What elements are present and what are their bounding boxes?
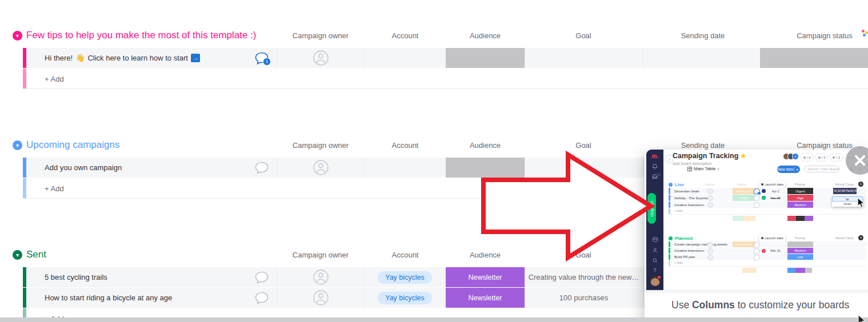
mini-add-row[interactable]: + Add: [669, 208, 867, 215]
priority-cell[interactable]: [787, 242, 813, 247]
tab-main-table[interactable]: Main Table ▾: [687, 166, 719, 171]
mini-row[interactable]: Creative brainstorm ! Mar 31 Medium: [669, 248, 867, 253]
chat-bubble-icon[interactable]: [754, 248, 760, 254]
favorite-star-icon[interactable]: ★: [741, 152, 746, 159]
column-header-audience[interactable]: Audience: [470, 31, 501, 40]
status-cell[interactable]: Done: [733, 195, 755, 201]
launch-date[interactable]: Mar 08: [767, 196, 784, 200]
group-title[interactable]: Few tips to help you make the most of th…: [26, 30, 257, 41]
chat-bubble-icon[interactable]: [754, 242, 760, 248]
goal-cell[interactable]: [525, 48, 643, 68]
status-cell[interactable]: Working on it: [733, 188, 755, 194]
column-header-campaign-status[interactable]: Campaign status: [797, 141, 853, 150]
priority-cell[interactable]: Medium: [787, 248, 813, 253]
invite-member-icon[interactable]: [646, 247, 663, 253]
add-item-row[interactable]: + Add: [23, 69, 868, 89]
column-header-goal[interactable]: Goal: [575, 31, 591, 40]
priority-cell[interactable]: Medium: [787, 202, 813, 208]
launch-date[interactable]: Apr 2: [767, 190, 784, 193]
account-cell[interactable]: [364, 158, 446, 178]
group-collapse-icon[interactable]: ▾: [13, 31, 22, 41]
learn-link[interactable]: Click here to learn how to start: [87, 54, 188, 62]
chat-bubble-icon[interactable]: [754, 202, 760, 208]
help-icon[interactable]: ?: [646, 267, 663, 273]
chat-bubble-icon[interactable]: [754, 188, 760, 194]
search-icon[interactable]: [646, 257, 663, 264]
campaign-status-cell[interactable]: [760, 48, 868, 68]
mini-group-title[interactable]: Planned: [675, 236, 693, 241]
audience-cell[interactable]: [446, 158, 525, 178]
account-pill[interactable]: Yay bicycles: [378, 292, 432, 304]
column-header-sending-date[interactable]: Sending date: [681, 141, 725, 150]
group-title[interactable]: Upcoming campaigns: [26, 139, 119, 151]
account-cell[interactable]: [364, 48, 446, 68]
column-header-audience[interactable]: Audience: [470, 141, 501, 150]
column-header-audience[interactable]: Audience: [470, 251, 501, 259]
column-header-campaign-owner[interactable]: Campaign owner: [293, 31, 349, 40]
priority-cell[interactable]: High: [787, 195, 813, 201]
item-name-cell[interactable]: Add you own campaign: [26, 158, 277, 178]
user-avatar[interactable]: [650, 276, 660, 286]
group-title[interactable]: Sent: [26, 249, 46, 260]
board-search-input[interactable]: Search / Filter Board: [804, 166, 839, 172]
add-column-icon[interactable]: +: [858, 235, 863, 240]
mini-add-row[interactable]: + Add: [669, 260, 867, 267]
board-description[interactable]: Add board description: [673, 162, 711, 166]
priority-cell[interactable]: Low: [787, 254, 813, 260]
table-row[interactable]: Hi there! 👋 Click here to learn how to s…: [23, 48, 868, 68]
account-pill[interactable]: Yay bicycles: [378, 271, 432, 284]
goal-cell[interactable]: [525, 158, 643, 178]
group-collapse-icon[interactable]: ▾: [13, 250, 22, 260]
horizontal-scrollbar[interactable]: [0, 317, 868, 322]
chat-bubble-icon[interactable]: [255, 162, 269, 174]
mini-group-title[interactable]: Live: [675, 182, 684, 187]
campaign-owner-cell[interactable]: [277, 158, 365, 178]
mini-row[interactable]: Build PR plan Low: [669, 254, 867, 260]
mini-row[interactable]: December deals Working on it Apr 2 Urgen…: [669, 188, 867, 194]
column-header-goal[interactable]: Goal: [575, 251, 591, 259]
launch-date-column-header[interactable]: Launch date: [759, 235, 786, 242]
chat-bubble-icon[interactable]: [255, 292, 269, 304]
group-collapse-icon[interactable]: ▾: [13, 140, 22, 150]
column-header-goal[interactable]: Goal: [575, 141, 591, 150]
audience-cell[interactable]: Newsletter: [446, 288, 525, 308]
chat-bubble-icon[interactable]: [255, 271, 269, 284]
column-header-account[interactable]: Account: [392, 31, 419, 40]
launch-date-column-header[interactable]: Launch date: [759, 181, 786, 188]
board-icon[interactable]: [646, 236, 663, 243]
column-header-account[interactable]: Account: [392, 141, 419, 150]
status-cell[interactable]: Working on it: [733, 242, 755, 247]
group-dot-icon[interactable]: [669, 183, 673, 187]
add-column-icon[interactable]: +: [858, 182, 863, 187]
account-cell[interactable]: Yay bicycles: [364, 267, 446, 287]
launch-date[interactable]: Mar 31: [767, 249, 784, 252]
mini-row[interactable]: Create campaign marketing assets Working…: [669, 242, 867, 247]
column-header-account[interactable]: Account: [392, 251, 419, 259]
chat-bubble-icon[interactable]: [754, 195, 760, 201]
audience-cell[interactable]: Newsletter: [446, 267, 525, 287]
item-name-cell[interactable]: Hi there! 👋 Click here to learn how to s…: [26, 48, 277, 68]
account-cell[interactable]: Yay bicycles: [364, 288, 446, 308]
campaign-owner-cell[interactable]: [277, 267, 365, 287]
priority-cell[interactable]: Urgent: [787, 188, 813, 194]
item-name-cell[interactable]: 5 best cycling trails: [26, 267, 277, 287]
chat-bubble-icon[interactable]: 1: [255, 52, 269, 65]
campaign-owner-cell[interactable]: [277, 48, 365, 68]
arrow-chip-icon[interactable]: →: [191, 54, 200, 62]
chat-bubble-icon[interactable]: [754, 255, 760, 260]
upgrade-button[interactable]: Upgrade: [647, 193, 656, 224]
campaign-owner-cell[interactable]: [277, 288, 365, 308]
column-header-campaign-owner[interactable]: Campaign owner: [293, 251, 349, 259]
new-item-button[interactable]: New Item▾: [777, 166, 800, 173]
column-header-campaign-owner[interactable]: Campaign owner: [293, 141, 349, 150]
group-dot-icon[interactable]: [669, 236, 673, 240]
goal-cell[interactable]: Creating value through the new…: [525, 267, 643, 287]
world-clock-cell[interactable]: 01:42 AM Pacific-New: [833, 188, 857, 194]
column-header-sending-date[interactable]: Sending date: [681, 31, 725, 40]
column-header-campaign-status[interactable]: Campaign status: [797, 31, 853, 40]
bell-icon[interactable]: [646, 163, 663, 170]
goal-cell[interactable]: 100 purchases: [525, 288, 643, 308]
audience-cell[interactable]: [446, 48, 525, 68]
item-name-cell[interactable]: How to start riding a bicycle at any age: [26, 288, 277, 308]
sending-date-cell[interactable]: [643, 48, 761, 68]
